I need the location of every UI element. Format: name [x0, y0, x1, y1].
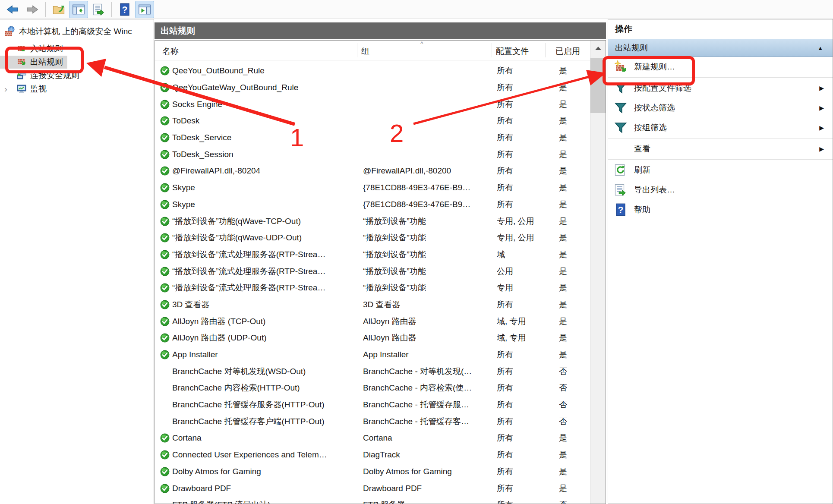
rule-enabled: 是 — [559, 113, 589, 129]
tree-item-outbound-rules[interactable]: 出站规则 — [0, 55, 154, 69]
rule-name: FTP 服务器(FTP 流量出站) — [172, 497, 358, 504]
action-item-filter-by-profile[interactable]: 按配置文件筛选▶ — [608, 78, 833, 98]
action-item-label: 导出列表… — [634, 184, 675, 195]
actions-section-header[interactable]: 出站规则 ▲ — [608, 39, 833, 57]
table-row[interactable]: BranchCache 托管缓存服务器(HTTP-Out)BranchCache… — [155, 397, 590, 413]
table-row[interactable]: QeeYouGateWay_OutBound_Rule所有是 — [155, 79, 590, 96]
tree-item-connection-security-rules[interactable]: 连接安全规则 — [0, 69, 154, 82]
scrollbar-thumb[interactable] — [590, 58, 606, 113]
action-item-view[interactable]: 查看▶ — [608, 139, 833, 159]
rule-enabled-check-icon — [160, 346, 170, 363]
document-arrow-icon — [92, 3, 105, 16]
column-header-name[interactable]: 名称 — [162, 46, 179, 57]
table-row[interactable]: AllJoyn 路由器 (UDP-Out)AllJoyn 路由器域, 专用是 — [155, 330, 590, 346]
column-separator[interactable] — [357, 43, 357, 57]
column-header-profile[interactable]: 配置文件 — [496, 46, 529, 57]
console-tree-icon — [72, 3, 85, 16]
table-row[interactable]: ToDesk_Service所有是 — [155, 129, 590, 146]
rule-group: {78E1CD88-49E3-476E-B9… — [363, 180, 492, 196]
toolbar-button-forward[interactable] — [23, 1, 42, 18]
console-tree-panel: 本地计算机 上的高级安全 Winc 入站规则出站规则连接安全规则›监视 — [0, 19, 154, 504]
action-item-new-rule[interactable]: 新建规则… — [608, 57, 833, 77]
rule-enabled-check-icon — [160, 180, 170, 196]
rule-group: BranchCache - 对等机发现(… — [363, 363, 492, 380]
submenu-arrow-icon: ▶ — [819, 104, 824, 111]
rule-name: AllJoyn 路由器 (UDP-Out) — [172, 330, 358, 346]
filter-icon — [614, 82, 627, 94]
table-row[interactable]: Socks Engine所有是 — [155, 96, 590, 113]
column-separator[interactable] — [492, 43, 492, 57]
column-separator[interactable] — [545, 43, 546, 57]
tree-item-inbound-rules[interactable]: 入站规则 — [0, 42, 154, 55]
table-row[interactable]: Dolby Atmos for GamingDolby Atmos for Ga… — [155, 463, 590, 480]
table-row[interactable]: Skype{78E1CD88-49E3-476E-B9…所有是 — [155, 196, 590, 213]
expander-icon[interactable]: › — [4, 82, 7, 95]
table-row[interactable]: “播放到设备”流式处理服务器(RTP-Strea…“播放到设备”功能专用是 — [155, 280, 590, 296]
table-row[interactable]: QeeYou_OutBound_Rule所有是 — [155, 63, 590, 79]
rule-profile: 所有 — [497, 296, 555, 313]
rule-enabled: 是 — [559, 79, 589, 96]
table-row[interactable]: Connected User Experiences and Telem…Dia… — [155, 447, 590, 463]
rule-enabled: 是 — [559, 280, 589, 296]
rule-profile: 所有 — [497, 480, 555, 497]
action-item-filter-by-state[interactable]: 按状态筛选▶ — [608, 98, 833, 118]
tree-item-root[interactable]: 本地计算机 上的高级安全 Winc — [0, 25, 132, 38]
rule-group: DiagTrack — [363, 447, 492, 463]
collapse-icon[interactable]: ▲ — [817, 45, 823, 51]
table-row[interactable]: @FirewallAPI.dll,-80204@FirewallAPI.dll,… — [155, 163, 590, 180]
tree-item-monitoring[interactable]: ›监视 — [0, 82, 154, 95]
action-item-filter-by-group[interactable]: 按组筛选▶ — [608, 118, 833, 138]
table-row[interactable]: “播放到设备”功能(qWave-TCP-Out)“播放到设备”功能专用, 公用是 — [155, 213, 590, 230]
vertical-scrollbar[interactable] — [590, 41, 606, 504]
rule-name: “播放到设备”流式处理服务器(RTP-Strea… — [172, 246, 358, 263]
table-row[interactable]: FTP 服务器(FTP 流量出站)FTP 服务器所有否 — [155, 497, 590, 504]
list-title-bar: 出站规则 — [155, 22, 606, 39]
rule-profile: 专用, 公用 — [497, 213, 555, 230]
toolbar-button-help[interactable]: ? — [115, 1, 134, 18]
rule-name: Connected User Experiences and Telem… — [172, 447, 358, 463]
rule-enabled: 否 — [559, 380, 589, 397]
rule-name: “播放到设备”流式处理服务器(RTP-Strea… — [172, 280, 358, 296]
table-row[interactable]: BranchCache 内容检索(HTTP-Out)BranchCache - … — [155, 380, 590, 397]
table-row[interactable]: BranchCache 托管缓存客户端(HTTP-Out)BranchCache… — [155, 413, 590, 430]
toolbar-button-folder[interactable] — [49, 1, 68, 18]
table-row[interactable]: ToDesk所有是 — [155, 113, 590, 129]
actions-title: 操作 — [608, 19, 833, 39]
toolbar-button-back[interactable] — [3, 1, 22, 18]
table-row[interactable]: ToDesk_Session所有是 — [155, 146, 590, 163]
icon-placeholder — [614, 142, 627, 155]
table-row[interactable]: “播放到设备”流式处理服务器(RTP-Strea…“播放到设备”功能域是 — [155, 246, 590, 263]
table-row[interactable]: AllJoyn 路由器 (TCP-Out)AllJoyn 路由器域, 专用是 — [155, 313, 590, 330]
table-row[interactable]: App InstallerApp Installer所有是 — [155, 346, 590, 363]
tree-root-label: 本地计算机 上的高级安全 Winc — [19, 26, 132, 37]
table-row[interactable]: CortanaCortana所有是 — [155, 430, 590, 447]
table-row[interactable]: “播放到设备”流式处理服务器(RTP-Strea…“播放到设备”功能公用是 — [155, 263, 590, 280]
rule-enabled: 是 — [559, 430, 589, 447]
toolbar-button-action-pane-toggle[interactable] — [135, 1, 154, 18]
rule-enabled-check-icon — [160, 129, 170, 146]
action-item-export-list[interactable]: 导出列表… — [608, 180, 833, 200]
toolbar-button-export-list[interactable] — [89, 1, 108, 18]
rule-enabled: 是 — [559, 246, 589, 263]
tree-item-label: 连接安全规则 — [30, 70, 79, 81]
table-row[interactable]: “播放到设备”功能(qWave-UDP-Out)“播放到设备”功能专用, 公用是 — [155, 230, 590, 246]
rule-name: “播放到设备”流式处理服务器(RTP-Strea… — [172, 263, 358, 280]
scroll-up-button[interactable] — [590, 41, 606, 56]
tree-item-label: 出站规则 — [30, 57, 63, 68]
table-row[interactable]: 3D 查看器3D 查看器所有是 — [155, 296, 590, 313]
column-header-group[interactable]: 组 — [361, 46, 369, 57]
rule-enabled-check-icon — [160, 447, 170, 463]
column-header-enabled[interactable]: 已启用 — [555, 46, 580, 57]
actions-section-label: 出站规则 — [608, 42, 648, 54]
action-item-label: 刷新 — [634, 164, 650, 176]
action-item-refresh[interactable]: 刷新 — [608, 160, 833, 180]
toolbar-button-console-tree-toggle[interactable] — [69, 1, 88, 18]
action-item-help[interactable]: ?帮助 — [608, 200, 833, 220]
rule-profile: 所有 — [497, 463, 555, 480]
table-row[interactable]: Skype{78E1CD88-49E3-476E-B9…所有是 — [155, 180, 590, 196]
table-row[interactable]: BranchCache 对等机发现(WSD-Out)BranchCache - … — [155, 363, 590, 380]
inbound-rules-icon — [16, 44, 27, 54]
firewall-mmc-window: ? 本地计算机 上的高级安全 Winc 入站规则出站规则连接安全规则›监视 出站… — [0, 0, 833, 504]
rule-enabled-check-icon — [160, 213, 170, 230]
table-row[interactable]: Drawboard PDFDrawboard PDF所有是 — [155, 480, 590, 497]
